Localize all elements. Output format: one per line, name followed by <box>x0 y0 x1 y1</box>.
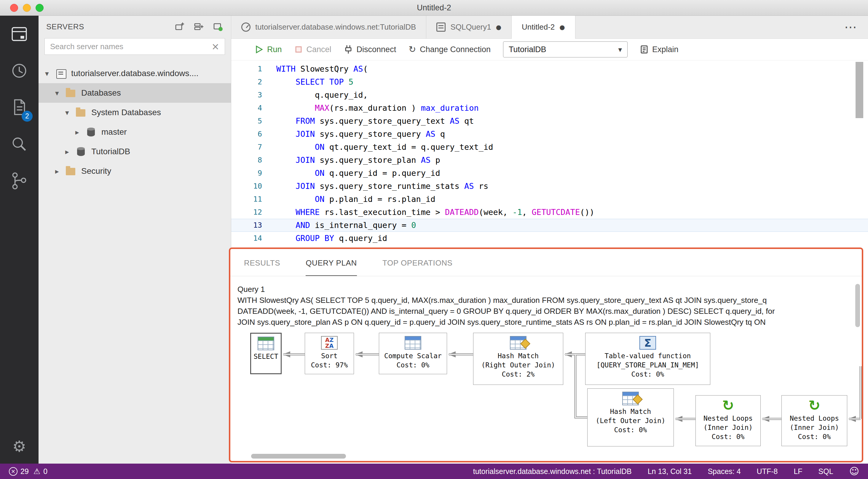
twisty-icon[interactable]: ▾ <box>55 89 66 97</box>
activity-source-control[interactable] <box>0 163 38 199</box>
tree-item-label: tutorialserver.database.windows.... <box>71 69 198 78</box>
code-text: JOIN sys.query_store_plan AS p <box>276 153 440 167</box>
code-text: q.query_id, <box>276 89 368 102</box>
query-toolbar: Run Cancel Disconnect <box>231 39 868 60</box>
table-compute-icon <box>405 336 421 350</box>
activity-task-history[interactable] <box>0 53 38 89</box>
zoom-window-button[interactable] <box>36 4 43 12</box>
plan-node-label: Hash Match <box>610 407 651 416</box>
settings-gear-icon[interactable]: ⚙ <box>0 432 38 460</box>
new-connection-icon <box>175 21 185 32</box>
tab-untitled-2[interactable]: Untitled-2● <box>512 16 576 39</box>
code-text: SELECT TOP 5 <box>276 75 353 89</box>
twisty-icon[interactable]: ▸ <box>55 167 66 176</box>
eol-setting[interactable]: LF <box>794 467 802 476</box>
status-bar-right: tutorialserver.database.windows.net : Tu… <box>473 466 859 477</box>
clear-search-icon[interactable]: × <box>211 41 219 52</box>
panel-tab-query-plan[interactable]: QUERY PLAN <box>306 259 357 276</box>
explain-plan-icon <box>640 45 648 54</box>
activity-servers[interactable] <box>0 16 38 53</box>
error-count[interactable]: × 29 <box>9 467 29 476</box>
panel-tab-bar: RESULTSQUERY PLANTOP OPERATIONS <box>230 249 862 276</box>
close-window-button[interactable] <box>10 4 18 12</box>
more-actions-icon[interactable]: ⋯ <box>833 20 868 34</box>
tab-sqlquery1[interactable]: SQLQuery1● <box>426 16 512 38</box>
tree-item-security[interactable]: ▸Security <box>38 161 231 181</box>
disconnect-button[interactable]: Disconnect <box>344 45 396 54</box>
search-input[interactable] <box>50 42 211 51</box>
line-number: 5 <box>231 114 276 128</box>
explain-button[interactable]: Explain <box>640 45 679 54</box>
encoding-setting[interactable]: UTF-8 <box>757 467 778 476</box>
indentation-setting[interactable]: Spaces: 4 <box>708 467 741 476</box>
code-line: 9 ON q.query_id = p.query_id <box>231 167 868 180</box>
panel-vertical-scrollbar[interactable] <box>855 284 860 327</box>
code-text: ON qt.query_text_id = q.query_text_id <box>276 141 493 153</box>
code-line: 13 AND is_internal_query = 0 <box>231 219 868 232</box>
change-connection-button[interactable]: ↻ Change Connection <box>408 45 491 54</box>
language-mode[interactable]: SQL <box>818 467 833 476</box>
plan-node-hash-match[interactable]: Hash Match(Left Outer Join)Cost: 0% <box>587 388 674 446</box>
panel-horizontal-scrollbar[interactable] <box>251 454 346 458</box>
sigma-icon: Σ <box>640 336 656 350</box>
active-connections-button[interactable] <box>213 21 223 32</box>
new-connection-button[interactable] <box>175 21 185 32</box>
tree-item-tutorialdb[interactable]: ▸TutorialDB <box>38 142 231 161</box>
cursor-position[interactable]: Ln 13, Col 31 <box>648 467 692 476</box>
cancel-button[interactable]: Cancel <box>294 45 332 54</box>
twisty-icon[interactable]: ▾ <box>45 69 56 78</box>
plan-node-hash-match[interactable]: Hash Match(Right Outer Join)Cost: 2% <box>473 333 563 385</box>
panel-tab-results[interactable]: RESULTS <box>244 259 280 276</box>
tree-item-tutorialserver-database-windows[interactable]: ▾tutorialserver.database.windows.... <box>38 64 231 83</box>
new-server-group-button[interactable] <box>193 21 204 32</box>
plan-node-sort[interactable]: AZZASortCost: 97% <box>305 333 354 374</box>
tree-item-label: TutorialDB <box>91 147 130 156</box>
code-text: ON p.plan_id = rs.plan_id <box>276 193 435 206</box>
feedback-smiley-icon[interactable]: ☺ <box>849 466 859 477</box>
twisty-icon[interactable]: ▸ <box>65 147 76 156</box>
minimize-window-button[interactable] <box>23 4 31 12</box>
sort-icon: AZZA <box>321 336 338 350</box>
history-clock-icon <box>9 61 29 80</box>
code-line: 10 JOIN sys.query_store_runtime_stats AS… <box>231 180 868 193</box>
tree-item-label: Databases <box>81 88 121 98</box>
twisty-icon[interactable]: ▸ <box>75 128 86 136</box>
database-icon <box>76 146 87 157</box>
panel-tab-top-operations[interactable]: TOP OPERATIONS <box>382 259 453 276</box>
tree-item-system-databases[interactable]: ▾System Databases <box>38 103 231 122</box>
line-number: 2 <box>231 75 276 89</box>
activity-open-editors[interactable]: 2 <box>0 89 38 126</box>
run-button[interactable]: Run <box>255 45 282 54</box>
plan-node-nested-loops[interactable]: ↻Nested Loops(Inner Join)Cost: 0% <box>781 395 847 446</box>
plan-node-label: Cost: 2% <box>502 370 535 379</box>
editor-vertical-scrollbar[interactable] <box>856 62 863 118</box>
editor-lines: 1WITH SlowestQry AS(2 SELECT TOP 53 q.qu… <box>231 63 868 245</box>
warning-icon: ⚠ <box>33 468 40 475</box>
code-line: 7 ON qt.query_text_id = q.query_text_id <box>231 141 868 153</box>
connection-status[interactable]: tutorialserver.database.windows.net : Tu… <box>473 467 632 476</box>
tab-tutorialserver-database-windows-net-tutorialdb[interactable]: tutorialserver.database.windows.net:Tuto… <box>231 16 426 38</box>
query-text-line: JOIN sys.query_store_plan AS p ON q.quer… <box>238 317 857 328</box>
plan-node-label: Sort <box>321 351 337 361</box>
server-tree: ▾tutorialserver.database.windows....▾Dat… <box>38 60 231 181</box>
open-editors-badge: 2 <box>22 111 33 122</box>
error-icon: × <box>9 467 18 476</box>
database-dropdown[interactable]: TutorialDB ▾ <box>503 41 627 58</box>
warning-count[interactable]: ⚠ 0 <box>33 467 48 476</box>
active-connections-icon <box>213 21 223 32</box>
table-hash-icon <box>510 336 526 350</box>
plan-node-compute-scalar[interactable]: Compute ScalarCost: 0% <box>379 333 447 374</box>
twisty-icon[interactable]: ▾ <box>65 108 76 117</box>
activity-search[interactable] <box>0 126 38 163</box>
plan-node-label: Nested Loops <box>790 414 839 423</box>
plan-node-select[interactable]: SELECT <box>250 333 282 374</box>
plan-node-table-valued-function[interactable]: ΣTable-valued function[QUERY_STORE_PLAN_… <box>585 333 710 385</box>
plan-node-label: Hash Match <box>498 351 539 361</box>
loop-icon: ↻ <box>720 399 736 412</box>
servers-sidebar: SERVERS <box>38 16 231 464</box>
tree-item-databases[interactable]: ▾Databases <box>38 83 231 103</box>
plan-node-nested-loops[interactable]: ↻Nested Loops(Inner Join)Cost: 0% <box>695 395 761 446</box>
line-number: 13 <box>231 219 276 232</box>
tree-item-master[interactable]: ▸master <box>38 122 231 142</box>
database-icon <box>86 127 97 137</box>
